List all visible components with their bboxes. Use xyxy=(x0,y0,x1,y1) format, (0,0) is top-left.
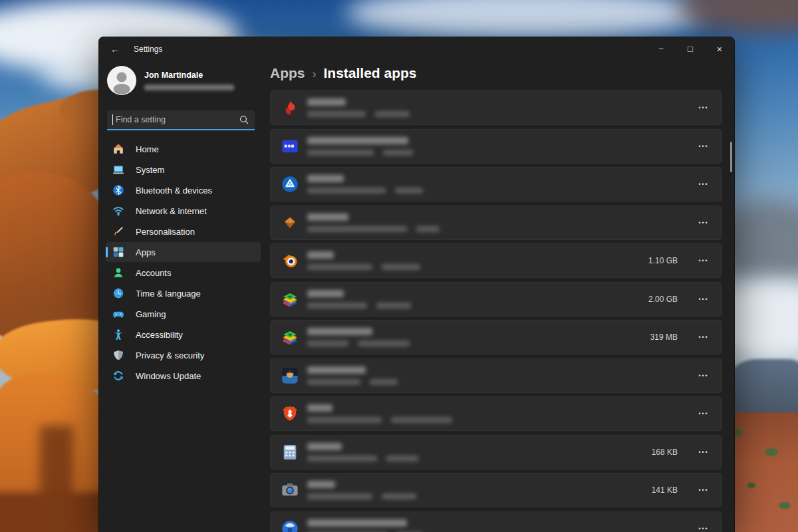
more-options-button[interactable]: ••• xyxy=(694,368,714,383)
more-options-button[interactable]: ••• xyxy=(694,330,714,344)
app-row: ••• xyxy=(270,511,722,532)
app-name-redacted xyxy=(307,404,332,412)
app-detail-redacted xyxy=(375,111,410,117)
sidebar-item-label: System xyxy=(136,165,164,175)
breadcrumb: Apps › Installed apps xyxy=(270,65,417,81)
app-text-redacted xyxy=(307,443,652,462)
update-icon xyxy=(112,370,124,382)
app-text-redacted xyxy=(307,366,694,385)
accessibility-icon xyxy=(112,329,124,340)
app-row: ••• xyxy=(270,358,722,393)
app-row: ••• xyxy=(270,396,722,431)
titlebar[interactable]: ← Settings – □ × xyxy=(99,37,734,61)
sidebar-item-label: Gaming xyxy=(136,309,166,319)
minimize-button[interactable]: – xyxy=(646,37,676,60)
more-options-button[interactable]: ••• xyxy=(694,100,714,115)
app-row: ••• xyxy=(270,90,722,125)
sidebar-item-accounts[interactable]: Accounts xyxy=(106,263,261,283)
sidebar-item-home[interactable]: Home xyxy=(106,139,261,159)
time-icon xyxy=(112,287,124,299)
app-detail-redacted xyxy=(307,150,374,156)
app-row: 141 KB ••• xyxy=(270,473,722,507)
camera-app-icon xyxy=(281,481,299,499)
app-detail-redacted xyxy=(416,226,440,232)
app-name-redacted xyxy=(307,519,407,527)
app-detail-redacted xyxy=(382,264,420,270)
sidebar-item-time-language[interactable]: Time & language xyxy=(106,283,261,303)
scrollbar-thumb[interactable] xyxy=(730,142,732,172)
more-options-button[interactable]: ••• xyxy=(694,521,714,532)
app-row: ••• xyxy=(270,167,722,201)
app-detail-redacted xyxy=(307,379,360,385)
close-button[interactable]: × xyxy=(705,37,734,60)
sidebar-item-bluetooth-devices[interactable]: Bluetooth & devices xyxy=(106,180,261,200)
sidebar-item-personalisation[interactable]: Personalisation xyxy=(106,221,261,241)
sidebar-item-label: Accounts xyxy=(136,268,171,278)
sidebar-item-label: Time & language xyxy=(136,289,201,299)
user-name: Jon Martindale xyxy=(144,70,234,80)
flame-app-icon xyxy=(281,98,299,117)
app-size: 141 KB xyxy=(652,485,678,495)
sidebar-item-label: Network & internet xyxy=(136,206,207,216)
chevron-right-icon: › xyxy=(313,67,317,81)
more-options-button[interactable]: ••• xyxy=(694,215,714,230)
app-size: 2.00 GB xyxy=(648,295,678,304)
sidebar-item-network-internet[interactable]: Network & internet xyxy=(106,201,261,221)
breadcrumb-apps-link[interactable]: Apps xyxy=(270,65,305,81)
red-desert-ground xyxy=(725,412,798,532)
search-input[interactable] xyxy=(113,115,239,124)
brave-app-icon xyxy=(281,404,299,423)
more-options-button[interactable]: ••• xyxy=(694,139,714,154)
sidebar-item-accessibility[interactable]: Accessibility xyxy=(106,325,261,344)
cloud xyxy=(346,0,705,40)
more-options-button[interactable]: ••• xyxy=(694,177,714,192)
sidebar-item-windows-update[interactable]: Windows Update xyxy=(106,366,261,386)
app-name-redacted xyxy=(307,175,344,182)
more-options-button[interactable]: ••• xyxy=(694,253,714,268)
app-text-redacted xyxy=(307,175,694,194)
bluetooth-icon xyxy=(112,184,124,196)
window-title: Settings xyxy=(134,45,162,54)
more-options-button[interactable]: ••• xyxy=(694,445,714,460)
app-row: 2.00 GB ••• xyxy=(270,282,722,317)
app-name-redacted xyxy=(307,137,408,144)
bluesquare-app-icon xyxy=(281,137,299,156)
user-profile[interactable]: Jon Martindale xyxy=(107,66,234,95)
back-button[interactable]: ← xyxy=(104,41,126,58)
page-title: Installed apps xyxy=(324,65,417,81)
app-text-redacted xyxy=(307,404,694,423)
app-row: 319 MB ••• xyxy=(270,320,722,354)
desktop-wallpaper: ← Settings – □ × Jon Martindale xyxy=(0,0,798,532)
search-box[interactable] xyxy=(107,110,255,130)
apps-icon xyxy=(112,246,124,258)
app-name-redacted xyxy=(307,481,335,488)
sidebar-item-privacy-security[interactable]: Privacy & security xyxy=(106,345,261,365)
app-row: 168 KB ••• xyxy=(270,435,722,469)
sidebar-item-label: Windows Update xyxy=(136,371,201,381)
blueorb-app-icon xyxy=(281,175,299,194)
app-detail-redacted xyxy=(307,188,386,194)
network-icon xyxy=(112,205,124,217)
sidebar-item-apps[interactable]: Apps xyxy=(106,242,261,262)
app-name-redacted xyxy=(307,443,342,450)
maximize-button[interactable]: □ xyxy=(676,37,705,60)
avatar xyxy=(107,66,136,95)
home-icon xyxy=(112,143,124,155)
sidebar-item-label: Home xyxy=(136,144,159,154)
sidebar-item-system[interactable]: System xyxy=(106,160,261,180)
orangegem-app-icon xyxy=(281,213,299,232)
app-text-redacted xyxy=(307,213,694,232)
app-name-redacted xyxy=(307,290,344,297)
app-text-redacted xyxy=(307,98,694,117)
app-detail-redacted xyxy=(307,493,372,499)
sidebar-item-gaming[interactable]: Gaming xyxy=(106,304,261,324)
sidebar-item-label: Personalisation xyxy=(136,227,195,237)
more-options-button[interactable]: ••• xyxy=(694,292,714,307)
app-detail-redacted xyxy=(307,456,377,462)
more-options-button[interactable]: ••• xyxy=(694,406,714,421)
settings-window: ← Settings – □ × Jon Martindale xyxy=(98,37,735,532)
personalisation-icon xyxy=(112,225,124,237)
app-text-redacted xyxy=(307,251,648,270)
more-options-button[interactable]: ••• xyxy=(694,483,714,497)
app-text-redacted xyxy=(307,328,650,346)
